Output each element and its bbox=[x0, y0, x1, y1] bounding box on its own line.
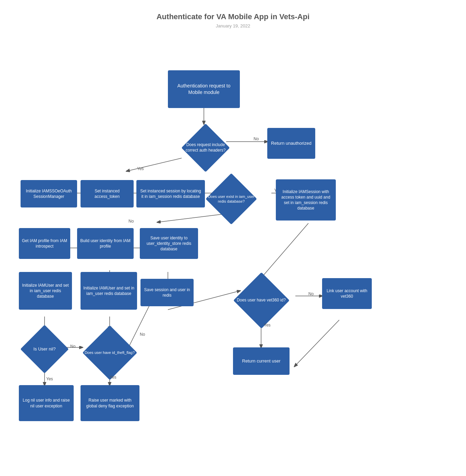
save-session-user-node: Save session and user in redis bbox=[140, 279, 194, 306]
no-label-1: No bbox=[254, 136, 259, 141]
return-current-user-node: Return current user bbox=[233, 347, 290, 375]
set-access-token-node: Set instanced access_token bbox=[81, 180, 134, 207]
return-unauthorized-node: Return unauthorized bbox=[267, 128, 315, 159]
no-label-4: No bbox=[70, 344, 75, 349]
id-theft-diamond: Does user have id_theft_flag? bbox=[82, 325, 137, 380]
flowchart-diagram: Authentication request to Mobile module … bbox=[0, 32, 466, 476]
page-subtitle: January 19, 2022 bbox=[0, 23, 466, 28]
init-iam-session-node: Initialize IAMSession with access token … bbox=[276, 179, 336, 221]
set-instanced-session-node: Set instanced session by locating it in … bbox=[136, 180, 205, 207]
get-iam-profile-node: Get IAM profile from IAM introspect bbox=[19, 228, 70, 259]
correct-headers-diamond: Does request include correct auth header… bbox=[182, 124, 230, 172]
yes-label-4: Yes bbox=[46, 377, 53, 381]
yes-label-5: Yes bbox=[110, 375, 116, 380]
build-user-identity-node: Build user identity from IAM profile bbox=[77, 228, 134, 259]
svg-line-3 bbox=[127, 158, 182, 171]
svg-line-14 bbox=[260, 223, 308, 279]
is-user-nil-diamond: Is User nil? bbox=[21, 325, 69, 373]
vet360-diamond: Does user have vet360 id? bbox=[233, 272, 290, 329]
init-iam-user-2-node: Initialize IAMUser and set in iam_user r… bbox=[81, 272, 137, 310]
user-exist-diamond: Does user exist in iam_user redis databa… bbox=[206, 173, 257, 225]
log-nil-user-node: Log nil user info and raise nil user exc… bbox=[19, 385, 74, 421]
no-label-2: No bbox=[128, 219, 134, 224]
no-label-5: No bbox=[140, 332, 145, 337]
auth-request-node: Authentication request to Mobile module bbox=[168, 70, 240, 108]
yes-label-3: Yes bbox=[264, 323, 271, 328]
no-label-3: No bbox=[308, 291, 314, 296]
page-title: Authenticate for VA Mobile App in Vets-A… bbox=[0, 0, 466, 21]
link-user-account-node: Link user account with vet360 bbox=[322, 278, 372, 309]
init-session-manager-node: Initialize IAMSSOeOAuth SessionManager bbox=[21, 180, 77, 207]
save-user-identity-node: Save user identity to user_identity_stor… bbox=[140, 228, 198, 259]
svg-line-17 bbox=[295, 320, 339, 366]
init-iam-user-1-node: Initialize IAMUser and set in iam_user r… bbox=[19, 272, 72, 310]
raise-deny-flag-node: Raise user marked with global deny flag … bbox=[81, 385, 139, 421]
yes-label-1: Yes bbox=[137, 166, 144, 171]
